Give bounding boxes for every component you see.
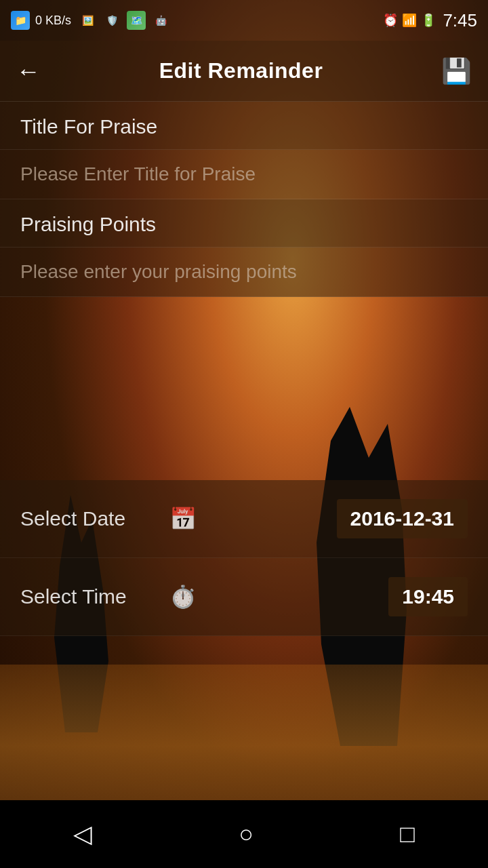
date-row[interactable]: Select Date 📅 2016-12-31 [0, 480, 488, 558]
nav-recent-button[interactable]: □ [380, 813, 435, 855]
title-input-row[interactable]: Please Enter Title for Praise [0, 150, 488, 199]
middle-space [0, 297, 488, 473]
status-maps-icon: 🗺️ [127, 11, 146, 30]
status-time: 7:45 [443, 10, 477, 31]
save-button[interactable]: 💾 [441, 57, 472, 85]
date-value: 2016-12-31 [337, 499, 468, 538]
network-label: 0 KB/s [35, 14, 71, 28]
points-label-row: Praising Points [0, 199, 488, 248]
bottom-navigation: ◁ ○ □ [0, 800, 488, 868]
battery-icon: 🔋 [421, 13, 436, 28]
title-placeholder: Please Enter Title for Praise [20, 163, 256, 184]
title-label-row: Title For Praise [0, 102, 488, 150]
clock-icon: ⏱️ [169, 584, 197, 610]
nav-home-button[interactable]: ○ [218, 813, 274, 855]
date-label: Select Date [20, 507, 156, 530]
toolbar-title: Edit Remainder [159, 58, 323, 83]
back-button[interactable]: ← [16, 57, 41, 85]
points-input-row[interactable]: Please enter your praising points [0, 248, 488, 297]
signal-icon: 📶 [402, 13, 417, 28]
title-label: Title For Praise [20, 115, 157, 138]
status-bar-right: ⏰ 📶 🔋 7:45 [383, 10, 477, 31]
alarm-icon: ⏰ [383, 13, 398, 28]
points-label: Praising Points [20, 213, 156, 235]
points-placeholder: Please enter your praising points [20, 261, 297, 282]
status-shield-icon: 🛡️ [102, 11, 121, 30]
status-droid-icon: 🤖 [151, 11, 170, 30]
time-value: 19:45 [388, 577, 468, 616]
status-bar: 📁 0 KB/s 🖼️ 🛡️ 🗺️ 🤖 ⏰ 📶 🔋 7:45 [0, 0, 488, 41]
app-icon-files: 📁 [11, 11, 30, 30]
calendar-icon: 📅 [169, 506, 197, 532]
time-label: Select Time [20, 585, 156, 608]
datetime-area: Select Date 📅 2016-12-31 Select Time ⏱️ … [0, 480, 488, 636]
nav-back-button[interactable]: ◁ [53, 813, 113, 855]
time-row[interactable]: Select Time ⏱️ 19:45 [0, 558, 488, 636]
toolbar: ← Edit Remainder 💾 [0, 41, 488, 102]
status-bar-left: 📁 0 KB/s 🖼️ 🛡️ 🗺️ 🤖 [11, 11, 170, 30]
status-gallery-icon: 🖼️ [78, 11, 97, 30]
